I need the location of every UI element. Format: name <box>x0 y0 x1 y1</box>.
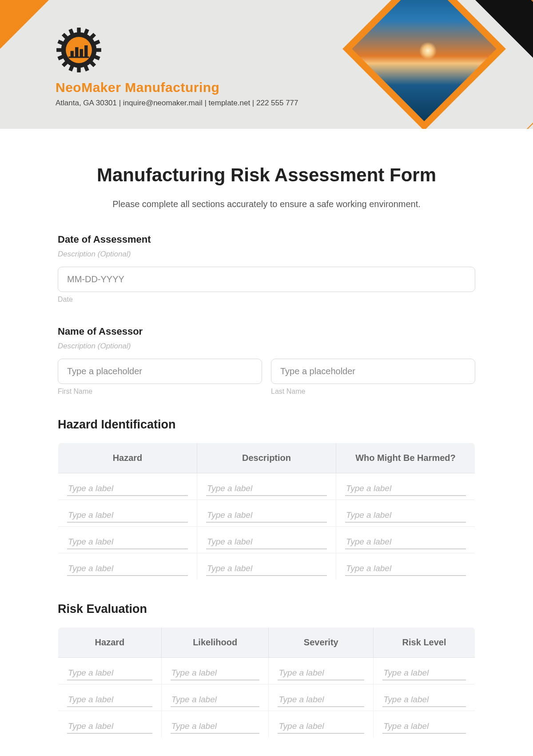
table-cell-input[interactable] <box>67 692 152 707</box>
hazard-id-title: Hazard Identification <box>58 418 475 432</box>
assessor-label: Name of Assessor <box>58 326 475 337</box>
table-cell-input[interactable] <box>382 719 466 734</box>
logo-block: NeoMaker Manufacturing Atlanta, GA 30301… <box>56 27 298 108</box>
decor-triangle-left <box>0 0 49 49</box>
svg-rect-12 <box>93 54 100 60</box>
svg-rect-22 <box>68 56 89 58</box>
table-cell-input[interactable] <box>206 561 327 576</box>
table-row <box>58 473 475 500</box>
date-sublabel: Date <box>58 296 475 304</box>
svg-rect-4 <box>95 48 101 52</box>
hazard-id-table: HazardDescriptionWho Might Be Harmed? <box>58 443 475 580</box>
table-cell-input[interactable] <box>345 561 466 576</box>
table-row <box>58 527 475 553</box>
table-cell-input[interactable] <box>206 481 327 496</box>
svg-rect-19 <box>75 47 78 57</box>
table-cell-input[interactable] <box>67 481 188 496</box>
table-header: Severity <box>269 628 374 658</box>
table-row <box>58 684 475 711</box>
svg-rect-2 <box>77 66 80 72</box>
svg-rect-20 <box>80 49 83 57</box>
table-header: Likelihood <box>161 628 269 658</box>
table-cell-input[interactable] <box>278 692 364 707</box>
table-cell-input[interactable] <box>278 719 364 734</box>
table-cell-input[interactable] <box>171 692 260 707</box>
svg-rect-11 <box>57 40 65 45</box>
assessor-desc: Description (Optional) <box>58 342 475 351</box>
table-cell-input[interactable] <box>278 665 364 680</box>
svg-rect-14 <box>57 54 65 60</box>
table-row <box>58 553 475 580</box>
risk-eval-table: HazardLikelihoodSeverityRisk Level <box>58 627 475 738</box>
table-cell-input[interactable] <box>206 508 327 523</box>
table-row <box>58 658 475 684</box>
svg-rect-9 <box>83 28 89 36</box>
table-header: Risk Level <box>374 628 475 658</box>
table-row <box>58 711 475 738</box>
svg-rect-3 <box>56 48 63 52</box>
table-cell-input[interactable] <box>382 665 466 680</box>
table-row <box>58 500 475 527</box>
table-header: Hazard <box>58 443 197 473</box>
svg-rect-15 <box>68 28 74 36</box>
svg-rect-16 <box>83 64 89 72</box>
table-header: Hazard <box>58 628 162 658</box>
first-name-sublabel: First Name <box>58 388 262 396</box>
svg-rect-13 <box>93 40 100 45</box>
table-cell-input[interactable] <box>67 561 188 576</box>
svg-rect-21 <box>84 45 88 57</box>
table-cell-input[interactable] <box>171 719 260 734</box>
form-intro: Please complete all sections accurately … <box>58 199 475 209</box>
table-cell-input[interactable] <box>345 481 466 496</box>
table-cell-input[interactable] <box>171 665 260 680</box>
table-cell-input[interactable] <box>67 719 152 734</box>
date-desc: Description (Optional) <box>58 250 475 259</box>
svg-point-17 <box>66 37 92 63</box>
table-cell-input[interactable] <box>67 508 188 523</box>
date-label: Date of Assessment <box>58 234 475 245</box>
svg-rect-18 <box>71 51 74 58</box>
header-banner: NeoMaker Manufacturing Atlanta, GA 30301… <box>0 0 533 129</box>
table-cell-input[interactable] <box>206 534 327 549</box>
table-cell-input[interactable] <box>345 508 466 523</box>
first-name-input[interactable] <box>58 359 262 384</box>
gear-logo-icon <box>56 27 102 73</box>
table-cell-input[interactable] <box>382 692 466 707</box>
svg-rect-10 <box>68 64 74 72</box>
table-cell-input[interactable] <box>345 534 466 549</box>
last-name-input[interactable] <box>271 359 475 384</box>
table-header: Who Might Be Harmed? <box>336 443 475 473</box>
table-cell-input[interactable] <box>67 534 188 549</box>
date-field-block: Date of Assessment Description (Optional… <box>58 234 475 304</box>
table-cell-input[interactable] <box>67 665 152 680</box>
form-content: Manufacturing Risk Assessment Form Pleas… <box>0 129 533 756</box>
assessor-field-block: Name of Assessor Description (Optional) … <box>58 326 475 396</box>
contact-line: Atlanta, GA 30301 | inquire@neomaker.mai… <box>56 99 298 108</box>
risk-eval-title: Risk Evaluation <box>58 602 475 616</box>
table-header: Description <box>197 443 336 473</box>
form-title: Manufacturing Risk Assessment Form <box>58 164 475 186</box>
last-name-sublabel: Last Name <box>271 388 475 396</box>
company-name: NeoMaker Manufacturing <box>56 80 298 95</box>
date-input[interactable] <box>58 267 475 292</box>
svg-rect-1 <box>77 28 80 34</box>
